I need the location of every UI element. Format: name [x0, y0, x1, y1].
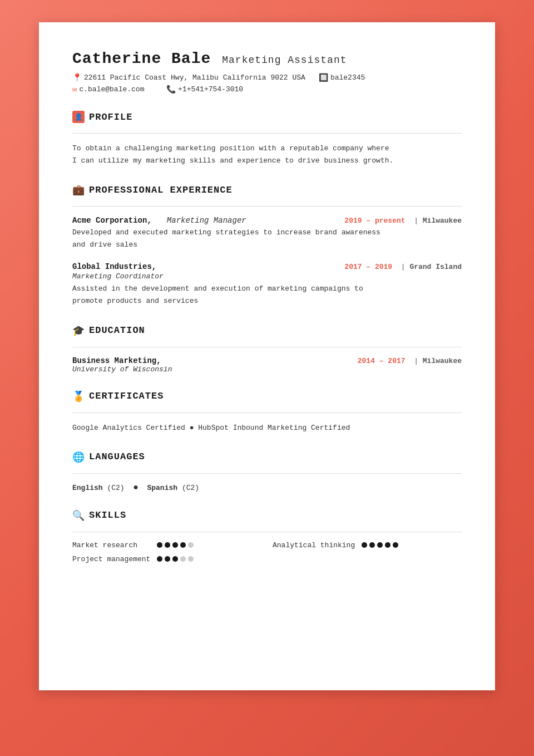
english-level: (C2)	[107, 484, 124, 492]
dot-5	[188, 542, 194, 548]
acme-company-name: Acme Corporation,	[72, 216, 152, 225]
experience-section: 💼 Professional Experience Acme Corporati…	[72, 184, 462, 307]
dot-3	[172, 556, 178, 562]
global-company-name: Global Industries,	[72, 262, 156, 271]
email-text: c.bale@bale.com	[79, 85, 144, 94]
edu-location: Milwaukee	[423, 357, 462, 365]
certificates-divider	[72, 413, 462, 413]
skills-section-title: Skills	[89, 510, 126, 521]
education-icon: 🎓	[72, 325, 85, 337]
dot-2	[165, 556, 170, 562]
skills-section-header: 🔍 Skills	[72, 509, 462, 524]
global-description: Assisted in the development and executio…	[72, 283, 462, 307]
dot-4	[180, 556, 186, 562]
dot-3	[377, 542, 383, 548]
skills-grid-empty	[273, 555, 462, 563]
global-date: 2017 – 2019	[344, 263, 392, 271]
profile-section: 👤 Profile To obtain a challenging market…	[72, 111, 462, 167]
acme-role: Marketing Manager	[167, 216, 246, 225]
resume-document: Catherine Bale Marketing Assistant 📍 226…	[39, 22, 495, 690]
education-section-header: 🎓 Education	[72, 325, 462, 339]
certificates-text: Google Analytics Certified ● HubSpot Inb…	[72, 422, 462, 434]
address-text: 22611 Pacific Coast Hwy, Malibu Californ…	[84, 73, 305, 82]
phone-text: +1+541+754-3010	[178, 85, 243, 94]
profile-section-header: 👤 Profile	[72, 111, 462, 125]
skill-market-research-dots	[157, 542, 194, 548]
header-title-row: Catherine Bale Marketing Assistant	[72, 50, 462, 67]
experience-item-acme: Acme Corporation, Marketing Manager 2019…	[72, 215, 462, 251]
dot-1	[362, 542, 367, 548]
dot-3	[172, 542, 178, 548]
dot-1	[157, 556, 162, 562]
education-section: 🎓 Education Business Marketing, 2014 – 2…	[72, 325, 462, 374]
instagram-text: bale2345	[330, 73, 365, 82]
skill-project-management-dots	[157, 556, 194, 562]
candidate-job-title: Marketing Assistant	[222, 55, 347, 66]
skills-icon: 🔍	[72, 509, 85, 522]
edu-header-row: Business Marketing, 2014 – 2017 | Milwau…	[72, 356, 462, 365]
dot-5	[393, 542, 398, 548]
contact-row-1: 📍 22611 Pacific Coast Hwy, Malibu Califo…	[72, 73, 462, 82]
dot-2	[165, 542, 170, 548]
skill-analytical-thinking-label: Analytical thinking	[273, 541, 355, 549]
languages-section: 🌐 Languages English (C2) ● Spanish (C2)	[72, 451, 462, 493]
certificates-section: 🏅 Certificates Google Analytics Certifie…	[72, 390, 462, 434]
profile-section-title: Profile	[89, 112, 132, 122]
education-section-title: Education	[89, 325, 145, 336]
skill-analytical-thinking: Analytical thinking	[273, 541, 462, 549]
dot-2	[369, 542, 375, 548]
edu-school: University of Wisconsin	[72, 365, 462, 374]
skills-divider	[72, 532, 462, 532]
acme-location: Milwaukee	[423, 217, 462, 225]
acme-description: Developed and executed marketing strateg…	[72, 227, 462, 251]
email-icon: ✉	[72, 85, 77, 94]
instagram-item: 🔲 bale2345	[319, 73, 365, 82]
experience-section-header: 💼 Professional Experience	[72, 184, 462, 198]
phone-icon: 📞	[166, 85, 176, 94]
languages-list: English (C2) ● Spanish (C2)	[72, 483, 462, 493]
skill-project-management: Project management	[72, 555, 261, 563]
skill-project-management-label: Project management	[72, 555, 150, 563]
language-english: English (C2)	[72, 484, 125, 492]
separator-2	[151, 85, 160, 94]
dot-1	[157, 542, 162, 548]
global-header-row: Global Industries, 2017 – 2019 | Grand I…	[72, 262, 462, 271]
acme-header-row: Acme Corporation, Marketing Manager 2019…	[72, 215, 462, 225]
phone-item: 📞 +1+541+754-3010	[166, 85, 243, 94]
global-role: Marketing Coordinator	[72, 272, 462, 281]
instagram-icon: 🔲	[319, 73, 328, 82]
certificates-icon: 🏅	[72, 390, 85, 402]
edu-date-location: 2014 – 2017 | Milwaukee	[358, 357, 462, 365]
profile-divider	[72, 133, 462, 134]
email-item: ✉ c.bale@bale.com	[72, 85, 144, 94]
languages-section-header: 🌐 Languages	[72, 451, 462, 465]
skills-section: 🔍 Skills Market research Analytical thin…	[72, 509, 462, 563]
certificates-section-header: 🏅 Certificates	[72, 390, 462, 405]
experience-item-global: Global Industries, 2017 – 2019 | Grand I…	[72, 262, 462, 307]
contact-row-2: ✉ c.bale@bale.com 📞 +1+541+754-3010	[72, 85, 462, 94]
skill-analytical-thinking-dots	[362, 542, 398, 548]
language-spanish: Spanish (C2)	[147, 484, 199, 492]
global-location: Grand Island	[409, 263, 462, 271]
lang-bullet: ●	[133, 483, 139, 493]
experience-icon: 💼	[72, 184, 85, 196]
header-section: Catherine Bale Marketing Assistant 📍 226…	[72, 50, 462, 94]
spanish-level: (C2)	[182, 484, 199, 492]
skill-market-research-label: Market research	[72, 541, 150, 549]
languages-section-title: Languages	[89, 451, 145, 462]
languages-icon: 🌐	[72, 451, 85, 463]
languages-divider	[72, 473, 462, 474]
location-icon: 📍	[72, 73, 82, 82]
edu-item-business: Business Marketing, 2014 – 2017 | Milwau…	[72, 356, 462, 374]
acme-date-location: 2019 – present | Milwaukee	[344, 217, 462, 225]
profile-text: To obtain a challenging marketing positi…	[72, 143, 462, 167]
skills-grid: Market research Analytical thinking	[72, 541, 462, 563]
skill-market-research: Market research	[72, 541, 261, 549]
dot-4	[385, 542, 390, 548]
profile-icon: 👤	[72, 111, 85, 123]
certificates-section-title: Certificates	[89, 391, 164, 401]
experience-divider	[72, 206, 462, 207]
global-date-location: 2017 – 2019 | Grand Island	[344, 263, 462, 271]
dot-5	[188, 556, 194, 562]
candidate-name: Catherine Bale	[72, 50, 211, 67]
